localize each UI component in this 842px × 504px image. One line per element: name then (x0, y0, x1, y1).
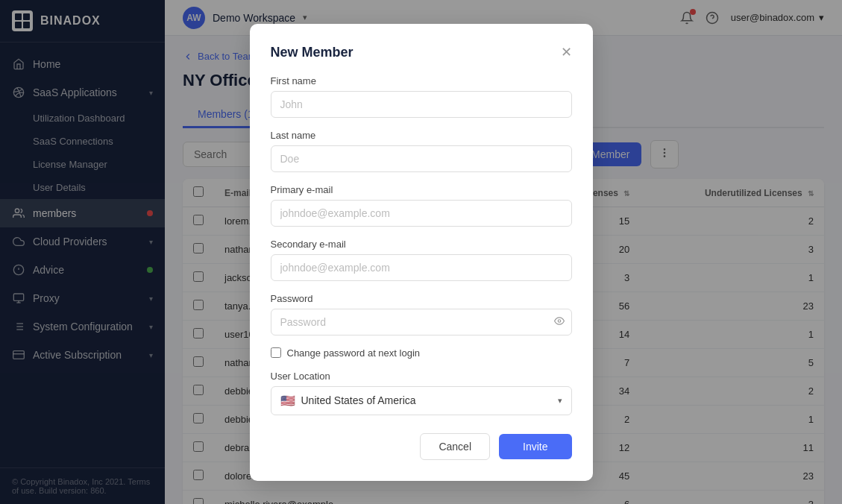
primary-email-input[interactable] (271, 200, 572, 227)
user-location-dropdown[interactable]: 🇺🇸 United States of America ▾ (271, 386, 572, 415)
change-password-label[interactable]: Change password at next login (287, 347, 421, 359)
modal-close-button[interactable]: ✕ (561, 45, 572, 59)
primary-email-label: Primary e-mail (271, 184, 572, 195)
cancel-button[interactable]: Cancel (420, 433, 490, 460)
secondary-email-field: Secondary e-mail (271, 239, 572, 281)
toggle-password-icon[interactable] (554, 315, 565, 328)
user-location-field: User Location 🇺🇸 United States of Americ… (271, 371, 572, 415)
first-name-label: First name (271, 75, 572, 86)
password-wrapper (271, 309, 572, 336)
primary-email-field: Primary e-mail (271, 184, 572, 227)
last-name-label: Last name (271, 130, 572, 141)
location-chevron-icon: ▾ (558, 396, 562, 406)
password-input[interactable] (271, 309, 572, 336)
user-location-label: User Location (271, 371, 572, 382)
change-password-checkbox[interactable] (271, 347, 281, 358)
password-field: Password (271, 293, 572, 336)
new-member-modal: New Member ✕ First name Last name Primar… (250, 24, 593, 481)
modal-header: New Member ✕ (271, 45, 572, 60)
location-value: United States of America (301, 394, 416, 406)
modal-overlay: New Member ✕ First name Last name Primar… (0, 0, 842, 504)
modal-footer: Cancel Invite (271, 433, 572, 460)
svg-point-23 (558, 319, 561, 322)
secondary-email-input[interactable] (271, 254, 572, 281)
location-flag: 🇺🇸 (280, 394, 295, 408)
first-name-input[interactable] (271, 91, 572, 118)
first-name-field: First name (271, 75, 572, 118)
change-password-row: Change password at next login (271, 347, 572, 359)
invite-button[interactable]: Invite (499, 434, 571, 459)
last-name-field: Last name (271, 130, 572, 172)
password-label: Password (271, 293, 572, 304)
modal-title: New Member (271, 45, 354, 60)
last-name-input[interactable] (271, 145, 572, 172)
secondary-email-label: Secondary e-mail (271, 239, 572, 250)
